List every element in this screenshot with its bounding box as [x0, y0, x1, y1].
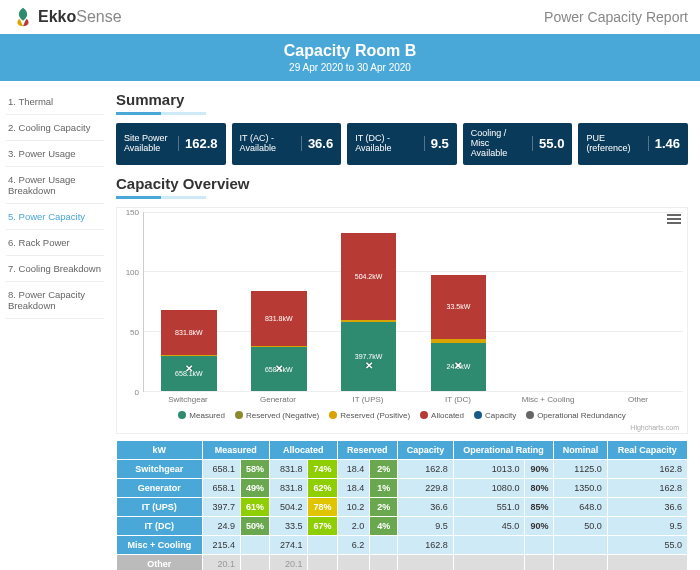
- num-cell: [554, 535, 607, 554]
- bar-segment[interactable]: 18.4kW: [161, 355, 217, 356]
- num-cell: 45.0: [453, 516, 525, 535]
- kpi-label: IT (DC) - Available: [355, 134, 418, 154]
- pct-cell: 80%: [525, 478, 554, 497]
- sidebar-item-5[interactable]: 6. Rack Power: [6, 230, 104, 256]
- num-cell: 20.1: [202, 554, 240, 570]
- bar-slot-IT-UPS-: 397.7kW10.2kW504.2kW✕: [324, 212, 414, 391]
- col-header: Allocated: [270, 440, 337, 459]
- bar-segment[interactable]: 504.2kW: [341, 233, 397, 320]
- pct-cell: 50%: [241, 516, 270, 535]
- brand-logo: EkkoSense: [12, 6, 122, 28]
- table-row: Other20.120.1: [117, 554, 688, 570]
- num-cell: 658.1: [202, 478, 240, 497]
- num-cell: 274.1: [270, 535, 308, 554]
- kpi-value: 9.5: [424, 136, 449, 151]
- row-header: IT (DC): [117, 516, 203, 535]
- num-cell: 2.0: [337, 516, 370, 535]
- bar-segment[interactable]: 397.7kW: [341, 322, 397, 391]
- num-cell: 50.0: [554, 516, 607, 535]
- sidebar-item-4[interactable]: 5. Power Capacity: [6, 204, 104, 230]
- pct-cell: [241, 554, 270, 570]
- col-header: Capacity: [398, 440, 454, 459]
- date-range: 29 Apr 2020 to 30 Apr 2020: [0, 62, 700, 73]
- logo-icon: [12, 6, 34, 28]
- pct-cell: [370, 535, 398, 554]
- x-category: IT (UPS): [323, 392, 413, 407]
- pct-cell: [241, 535, 270, 554]
- table-row: Generator658.149%831.862%18.41%229.81080…: [117, 478, 688, 497]
- bar-segment[interactable]: 18.4kW: [251, 346, 307, 347]
- row-header: IT (UPS): [117, 497, 203, 516]
- kpi-card-0: Site Power Available162.8: [116, 123, 226, 165]
- num-cell: [554, 554, 607, 570]
- sidebar-item-2[interactable]: 3. Power Usage: [6, 141, 104, 167]
- pct-cell: 90%: [525, 516, 554, 535]
- kpi-value: 1.46: [648, 136, 680, 151]
- legend-item[interactable]: Measured: [178, 411, 225, 420]
- pct-cell: 78%: [308, 497, 337, 516]
- kpi-label: PUE (reference): [586, 134, 641, 154]
- topbar: EkkoSense Power Capacity Report: [0, 0, 700, 34]
- pct-cell: 2%: [370, 497, 398, 516]
- col-header: kW: [117, 440, 203, 459]
- pct-cell: 2%: [370, 459, 398, 478]
- legend-item[interactable]: Operational Redundancy: [526, 411, 626, 420]
- bar-slot-Switchgear: 658.1kW18.4kW831.8kW✕: [144, 212, 234, 391]
- num-cell: 36.6: [607, 497, 687, 516]
- x-category: Misc + Cooling: [503, 392, 593, 407]
- num-cell: 9.5: [398, 516, 454, 535]
- num-cell: 831.8: [270, 478, 308, 497]
- x-category: IT (DC): [413, 392, 503, 407]
- redundancy-marker-icon: ✕: [185, 362, 193, 373]
- num-cell: 504.2: [270, 497, 308, 516]
- bar-slot-Misc-Cooling: [503, 212, 593, 391]
- num-cell: 162.8: [607, 459, 687, 478]
- num-cell: 36.6: [398, 497, 454, 516]
- legend-item[interactable]: Capacity: [474, 411, 516, 420]
- pct-cell: [525, 554, 554, 570]
- kpi-card-2: IT (DC) - Available9.5: [347, 123, 457, 165]
- chart-legend: MeasuredReserved (Negative)Reserved (Pos…: [121, 407, 683, 424]
- bar-segment[interactable]: 831.8kW: [161, 310, 217, 354]
- row-header: Switchgear: [117, 459, 203, 478]
- pct-cell: 90%: [525, 459, 554, 478]
- pct-cell: [370, 554, 398, 570]
- col-header: Nominal: [554, 440, 607, 459]
- table-row: Switchgear658.158%831.874%18.42%162.8101…: [117, 459, 688, 478]
- num-cell: 831.8: [270, 459, 308, 478]
- kpi-label: Cooling / Misc Available: [471, 129, 526, 159]
- sidebar-item-7[interactable]: 8. Power Capacity Breakdown: [6, 282, 104, 319]
- overview-title: Capacity Overview: [116, 175, 688, 192]
- legend-item[interactable]: Allocated: [420, 411, 464, 420]
- bar-segment[interactable]: 2kW: [431, 339, 487, 343]
- num-cell: [607, 554, 687, 570]
- pct-cell: 4%: [370, 516, 398, 535]
- sidebar-item-6[interactable]: 7. Cooling Breakdown: [6, 256, 104, 282]
- x-category: Other: [593, 392, 683, 407]
- num-cell: 162.8: [398, 459, 454, 478]
- sidebar-item-0[interactable]: 1. Thermal: [6, 89, 104, 115]
- bar-segment[interactable]: 33.5kW: [431, 275, 487, 339]
- kpi-label: IT (AC) - Available: [240, 134, 295, 154]
- num-cell: 18.4: [337, 478, 370, 497]
- num-cell: 1013.0: [453, 459, 525, 478]
- num-cell: 10.2: [337, 497, 370, 516]
- sidebar-item-1[interactable]: 2. Cooling Capacity: [6, 115, 104, 141]
- row-header: Generator: [117, 478, 203, 497]
- legend-item[interactable]: Reserved (Negative): [235, 411, 319, 420]
- bar-segment[interactable]: 831.8kW: [251, 291, 307, 346]
- sidebar-item-3[interactable]: 4. Power Usage Breakdown: [6, 167, 104, 204]
- chart-credit: Highcharts.com: [121, 424, 683, 431]
- kpi-value: 162.8: [178, 136, 218, 151]
- col-header: Reserved: [337, 440, 398, 459]
- main: Summary Site Power Available162.8IT (AC)…: [110, 81, 700, 570]
- row-header: Misc + Cooling: [117, 535, 203, 554]
- bar-segment[interactable]: 10.2kW: [341, 320, 397, 322]
- kpi-card-4: PUE (reference)1.46: [578, 123, 688, 165]
- pct-cell: [308, 554, 337, 570]
- legend-item[interactable]: Reserved (Positive): [329, 411, 410, 420]
- col-header: Real Capacity: [607, 440, 687, 459]
- col-header: Measured: [202, 440, 269, 459]
- capacity-table: kWMeasuredAllocatedReservedCapacityOpera…: [116, 440, 688, 570]
- kpi-card-3: Cooling / Misc Available55.0: [463, 123, 573, 165]
